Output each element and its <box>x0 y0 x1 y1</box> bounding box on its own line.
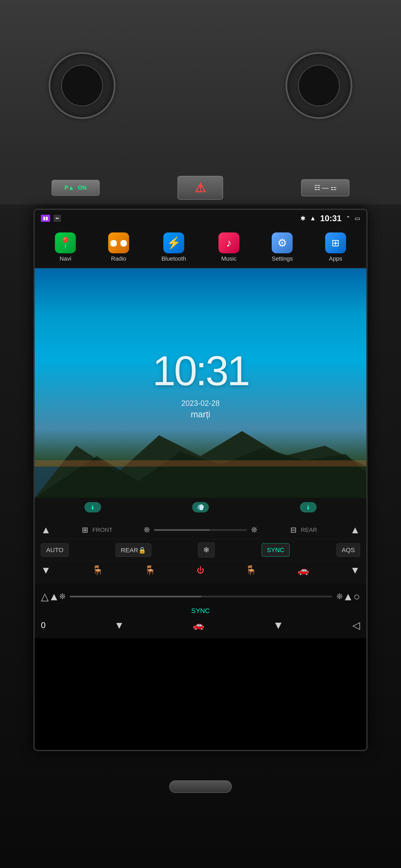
climate-shortcut-2[interactable]: 💨 <box>192 502 209 513</box>
navi-icon: 📍 <box>55 232 76 253</box>
temp-up-right-icon[interactable]: ▲ <box>343 590 353 603</box>
app-radio[interactable]: ⏺⏺ Radio <box>108 232 129 262</box>
expand-icon[interactable]: ⌃ <box>346 215 350 222</box>
ac-car-icon[interactable]: 🚗 <box>297 565 309 576</box>
wallpaper-area: 10:31 2023-02-28 marți <box>35 268 366 498</box>
vents-area <box>0 0 401 171</box>
app-navi[interactable]: 📍 Navi <box>55 232 76 262</box>
music-label: Music <box>221 255 236 262</box>
app-bluetooth[interactable]: ⚡ Bluetooth <box>162 232 186 262</box>
climate-shortcut-3[interactable]: 🌡 <box>300 502 317 513</box>
climate-row-3: ▼ 🪑 🪑 ⏻ 🪑 🚗 ▼ <box>41 561 360 580</box>
right-vent <box>286 52 352 119</box>
left-fan-icon: ❊ <box>144 526 150 534</box>
rear-label: REAR <box>301 527 317 533</box>
triangle-outline-icon[interactable]: △ <box>41 591 49 602</box>
apps-icon: ⊞ <box>325 232 346 253</box>
indicator-icon: ▮▮ <box>41 215 50 222</box>
fan-speed-slider[interactable] <box>154 529 247 531</box>
app-apps[interactable]: ⊞ Apps <box>325 232 346 262</box>
front-label: FRONT <box>92 527 112 533</box>
shortcut-icon-1: 🌡 <box>90 504 96 511</box>
temp-down-right-icon[interactable]: ▼ <box>273 619 284 631</box>
climate-panel: ▲ ⊞ FRONT ❊ ❊ ⊟ REAR ▲ AUTO REAR🔒 ❄ SYNC… <box>35 517 366 584</box>
parking-assist-button[interactable]: P▲ ON <box>52 180 99 196</box>
settings-label: Settings <box>272 255 293 262</box>
bottom-fan-left-icon: ❊ <box>59 592 65 601</box>
aqs-button[interactable]: AQS <box>337 543 360 557</box>
right-fan-icon: ❊ <box>251 526 257 534</box>
bluetooth-status-icon: ✱ <box>300 215 306 222</box>
radio-label: Radio <box>111 255 126 262</box>
sync-label: SYNC <box>191 607 210 615</box>
rear-icon[interactable]: ⊟ <box>290 526 296 534</box>
parking-icon: P▲ <box>64 184 74 191</box>
sync-label-row: SYNC <box>41 605 360 616</box>
status-right: ✱ ▲ 10:31 ⌃ ▭ <box>300 214 360 223</box>
bluetooth-label: Bluetooth <box>162 255 186 262</box>
app-settings[interactable]: ⚙ Settings <box>272 232 293 262</box>
circle-icon[interactable]: ○ <box>353 590 360 603</box>
left-vent-inner <box>61 65 103 106</box>
shortcut-icon-3: 🌡 <box>305 504 311 511</box>
music-icon: ♪ <box>219 232 239 253</box>
hazard-button[interactable]: ⚠ <box>177 176 223 200</box>
wifi-status-icon: ▲ <box>310 215 316 222</box>
screen-handle <box>169 780 232 793</box>
hazard-icon: ⚠ <box>195 181 206 195</box>
right-vent-inner <box>298 65 340 106</box>
svg-rect-3 <box>35 460 366 467</box>
seat-vent-left-icon[interactable]: 🪑 <box>144 565 156 576</box>
seat-heat-left-icon[interactable]: 🪑 <box>92 565 104 576</box>
settings-icon: ⚙ <box>272 232 293 253</box>
temp-number-left: 0 <box>41 621 46 630</box>
climate-row-1: ▲ ⊞ FRONT ❊ ❊ ⊟ REAR ▲ <box>41 521 360 539</box>
left-temp-up[interactable]: ▲ <box>41 524 51 536</box>
radio-icon: ⏺⏺ <box>108 232 129 253</box>
mountain-landscape <box>35 414 366 498</box>
temp-up-left-icon[interactable]: ▲ <box>49 590 59 603</box>
auto-button[interactable]: AUTO <box>41 543 69 557</box>
app-bar: 📍 Navi ⏺⏺ Radio ⚡ Bluetooth ♪ Music ⚙ <box>35 226 366 268</box>
bluetooth-icon: ⚡ <box>163 232 184 253</box>
fan-speed-fill <box>154 529 210 531</box>
snowflake-button[interactable]: ❄ <box>198 542 215 558</box>
power-button[interactable]: ⏻ <box>197 566 204 575</box>
app-music[interactable]: ♪ Music <box>219 232 239 262</box>
wiper-icon: ☷ — ⚏ <box>314 184 337 191</box>
window-icon[interactable]: ▭ <box>355 215 360 222</box>
climate-shortcut-1[interactable]: 🌡 <box>84 502 101 513</box>
right-temp-up[interactable]: ▲ <box>350 524 360 536</box>
sync-button[interactable]: SYNC <box>262 543 289 557</box>
status-bar: ▮▮ ▪▪ ✱ ▲ 10:31 ⌃ ▭ <box>35 210 366 226</box>
status-time: 10:31 <box>320 214 342 223</box>
control-buttons-row: P▲ ON ⚠ ☷ — ⚏ <box>0 171 401 205</box>
left-vent <box>49 52 115 119</box>
shortcut-icon-2: 💨 <box>197 504 204 511</box>
square-icon: ▪▪ <box>54 215 61 222</box>
navi-label: Navi <box>59 255 71 262</box>
status-left: ▮▮ ▪▪ <box>41 215 61 222</box>
apps-label: Apps <box>329 255 342 262</box>
bottom-fan-fill <box>70 596 201 597</box>
clock-day: marți <box>191 409 210 420</box>
clock-date: 2023-02-28 <box>181 399 220 408</box>
temp-down-left-icon[interactable]: ▼ <box>114 619 124 631</box>
bottom-nav: △ ▲ ❊ ❊ ▲ ○ SYNC 0 ▼ 🚗 ▼ ◁ <box>35 584 366 638</box>
seat-vent-right-icon[interactable]: 🪑 <box>245 565 257 576</box>
bottom-nav-row-2: 0 ▼ 🚗 ▼ ◁ <box>41 616 360 634</box>
left-temp-down[interactable]: ▼ <box>41 564 51 576</box>
climate-shortcuts: 🌡 💨 🌡 <box>35 498 366 517</box>
bottom-fan-right-icon: ❊ <box>337 592 343 601</box>
back-arrow-icon[interactable]: ◁ <box>352 619 360 631</box>
rear-lock-button[interactable]: REAR🔒 <box>115 543 151 557</box>
bottom-fan-slider[interactable] <box>70 596 332 597</box>
on-label: ON <box>78 184 87 191</box>
main-screen: ▮▮ ▪▪ ✱ ▲ 10:31 ⌃ ▭ 📍 Navi ⏺⏺ Radio ⚡ <box>33 209 368 751</box>
rear-wiper-button[interactable]: ☷ — ⚏ <box>301 179 350 196</box>
front-defrost-icon[interactable]: ⊞ <box>82 526 88 534</box>
ac-car-bottom-icon[interactable]: 🚗 <box>193 620 204 630</box>
right-temp-down[interactable]: ▼ <box>350 564 360 576</box>
clock-time: 10:31 <box>152 347 249 395</box>
bottom-nav-row-1: △ ▲ ❊ ❊ ▲ ○ <box>41 588 360 605</box>
